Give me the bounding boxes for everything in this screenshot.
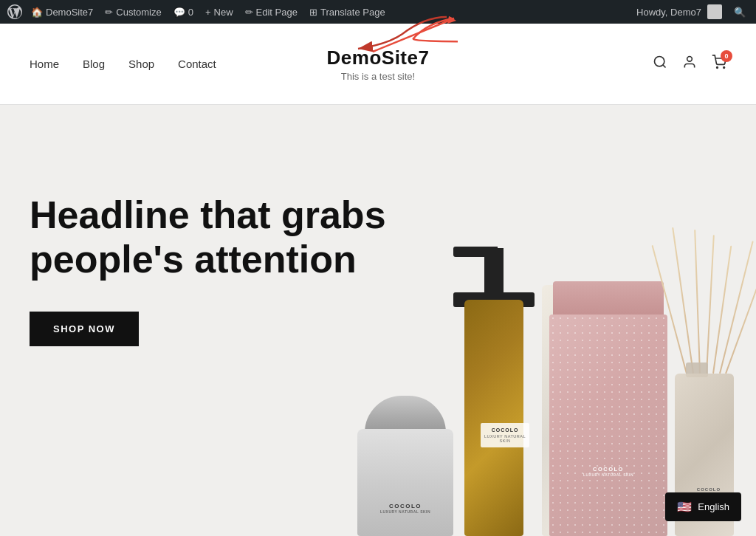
plus-icon: + xyxy=(205,7,211,18)
admin-bar-customize[interactable]: ✏ Customize xyxy=(99,0,167,24)
home-icon: 🏠 xyxy=(31,7,43,18)
admin-bar-site-name[interactable]: 🏠 DemoSite7 xyxy=(25,0,99,24)
nav-shop[interactable]: Shop xyxy=(128,58,154,70)
user-avatar-placeholder xyxy=(707,4,722,19)
svg-point-6 xyxy=(717,67,718,69)
site-tagline: This is a test site! xyxy=(327,71,430,82)
comment-icon: 💬 xyxy=(173,7,185,18)
language-label: English xyxy=(698,501,729,512)
language-selector[interactable]: 🇺🇸 English xyxy=(665,492,741,521)
hero-headline: Headline that grabs people's attention xyxy=(30,193,413,282)
jar-lid xyxy=(365,396,446,433)
cart-button[interactable]: 0 xyxy=(712,55,726,73)
shop-now-button[interactable]: SHOP NOW xyxy=(30,312,139,346)
edit-icon: ✏ xyxy=(245,7,253,18)
admin-bar: 🏠 DemoSite7 ✏ Customize 💬 0 + New ✏ Edit… xyxy=(0,0,756,24)
search-button[interactable] xyxy=(653,55,667,73)
cart-count: 0 xyxy=(721,50,732,62)
admin-bar-right: Howdy, Demo7 🔍 xyxy=(630,0,752,24)
pink-lid xyxy=(553,281,664,318)
pencil-icon: ✏ xyxy=(105,7,113,18)
pink-label: COCOLO LUXURY NATURAL SKIN xyxy=(560,466,656,477)
search-icon: 🔍 xyxy=(734,7,746,18)
product-pump-bottle: COCOLO LUXURY NATURAL SKIN xyxy=(453,241,535,536)
site-header: Home Blog Shop Contact DemoSite7 This is… xyxy=(0,24,756,105)
wp-logo[interactable] xyxy=(4,0,25,24)
product-jar-small: COCOLO LUXURY NATURAL SKIN xyxy=(357,403,453,536)
svg-line-4 xyxy=(663,65,666,68)
pump-label: COCOLO LUXURY NATURAL SKIN xyxy=(481,423,529,447)
pink-body: COCOLO LUXURY NATURAL SKIN xyxy=(549,315,667,536)
account-button[interactable] xyxy=(682,55,697,73)
nav-contact[interactable]: Contact xyxy=(178,58,216,70)
svg-point-5 xyxy=(687,57,693,62)
main-nav: Home Blog Shop Contact xyxy=(30,58,216,70)
reed-sticks xyxy=(682,226,726,374)
product-pink-jar: COCOLO LUXURY NATURAL SKIN xyxy=(549,285,667,536)
admin-bar-comments[interactable]: 💬 0 xyxy=(168,0,199,24)
admin-bar-edit-page[interactable]: ✏ Edit Page xyxy=(239,0,303,24)
pink-dots-pattern xyxy=(549,315,667,536)
svg-point-7 xyxy=(724,67,725,69)
pump-body: COCOLO LUXURY NATURAL SKIN xyxy=(464,300,523,536)
admin-bar-howdy[interactable]: Howdy, Demo7 xyxy=(630,0,728,24)
site-branding: DemoSite7 This is a test site! xyxy=(327,47,430,82)
hero-section: Headline that grabs people's attention S… xyxy=(0,105,756,536)
flag-icon: 🇺🇸 xyxy=(677,500,692,514)
svg-point-3 xyxy=(655,57,664,66)
diffuser-label: COCOLO xyxy=(688,487,729,492)
translate-icon: ⊞ xyxy=(309,7,317,18)
hero-text: Headline that grabs people's attention S… xyxy=(30,193,413,346)
pump-neck xyxy=(484,248,504,292)
header-icons: 0 xyxy=(653,55,726,73)
product-reed-diffuser: COCOLO xyxy=(667,226,741,536)
admin-bar-new[interactable]: + New xyxy=(199,0,239,24)
site-title: DemoSite7 xyxy=(327,47,430,69)
jar-label: COCOLO LUXURY NATURAL SKIN xyxy=(365,503,446,514)
jar-body: COCOLO LUXURY NATURAL SKIN xyxy=(357,429,453,536)
admin-bar-search[interactable]: 🔍 xyxy=(728,0,752,24)
nav-blog[interactable]: Blog xyxy=(83,58,105,70)
nav-home[interactable]: Home xyxy=(30,58,59,70)
admin-bar-translate-page[interactable]: ⊞ Translate Page xyxy=(303,0,391,24)
